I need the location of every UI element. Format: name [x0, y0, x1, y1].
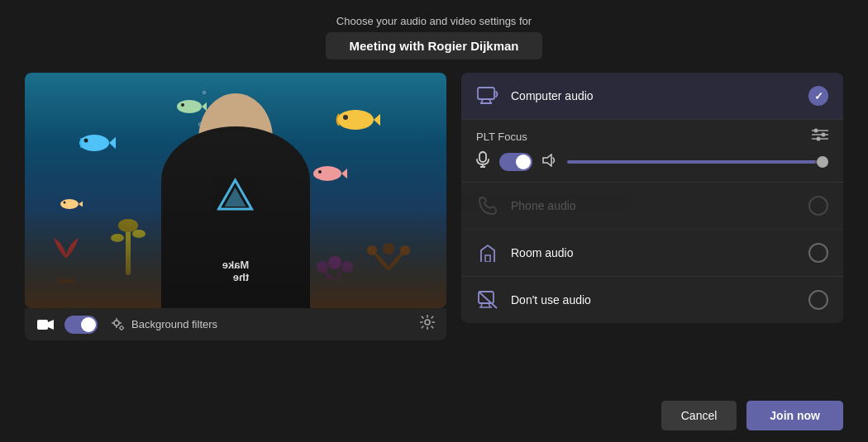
svg-point-13 — [60, 199, 79, 209]
svg-rect-48 — [485, 255, 490, 262]
svg-marker-47 — [543, 154, 551, 166]
fish-icon-2 — [74, 131, 116, 155]
no-audio-icon — [476, 288, 499, 311]
video-background: Makethe — [25, 73, 446, 308]
svg-point-2 — [343, 115, 348, 120]
room-audio-check — [808, 243, 828, 263]
camera-toggle[interactable] — [64, 316, 98, 334]
main-content: Makethe — [0, 73, 868, 389]
footer: Cancel Join now — [0, 389, 868, 442]
shirt-logo: Makethe — [222, 259, 250, 283]
fish-icon-4 — [174, 97, 207, 116]
room-audio-label: Room audio — [511, 246, 797, 259]
fish-icon-3 — [310, 164, 347, 184]
audio-panel: Computer audio PLT Focus — [461, 73, 843, 323]
computer-audio-check — [808, 86, 828, 106]
svg-point-12 — [181, 103, 184, 107]
cancel-button[interactable]: Cancel — [661, 401, 737, 430]
video-panel: Makethe — [25, 73, 446, 340]
header: Choose your audio and video settings for… — [0, 0, 868, 69]
audio-option-computer[interactable]: Computer audio — [461, 73, 843, 120]
svg-rect-44 — [479, 152, 486, 162]
bg-filters-button[interactable]: Background filters — [111, 317, 217, 332]
phone-audio-icon — [476, 194, 499, 217]
volume-icon — [542, 154, 557, 170]
svg-marker-14 — [79, 200, 83, 208]
svg-marker-30 — [48, 320, 54, 330]
svg-point-7 — [313, 166, 341, 181]
svg-rect-34 — [478, 88, 494, 99]
no-audio-label: Don't use audio — [511, 293, 797, 307]
phone-audio-check — [808, 196, 828, 216]
volume-slider[interactable] — [567, 160, 828, 164]
header-title: Meeting with Rogier Dijkman — [326, 32, 541, 59]
svg-point-5 — [84, 139, 88, 143]
join-now-button[interactable]: Join now — [746, 401, 843, 430]
svg-marker-8 — [341, 168, 347, 179]
svg-rect-29 — [37, 320, 48, 330]
audio-option-phone[interactable]: Phone audio — [461, 183, 843, 230]
svg-point-32 — [120, 326, 123, 330]
svg-marker-1 — [374, 112, 380, 127]
computer-audio-icon — [476, 84, 499, 107]
header-subtitle: Choose your audio and video settings for — [0, 15, 868, 27]
settings-gear-icon[interactable] — [420, 315, 435, 334]
camera-icon — [36, 316, 55, 334]
svg-point-9 — [318, 170, 322, 173]
plt-focus-label: PLT Focus — [476, 131, 527, 143]
svg-point-0 — [337, 110, 374, 130]
video-toolbar: Background filters — [25, 308, 446, 340]
svg-point-3 — [79, 135, 109, 151]
audio-option-none[interactable]: Don't use audio — [461, 277, 843, 323]
mic-toggle[interactable] — [499, 153, 532, 171]
bg-filters-label: Background filters — [131, 318, 217, 330]
phone-audio-label: Phone audio — [511, 199, 797, 212]
video-container: Makethe — [25, 73, 446, 308]
fish-icon-1 — [331, 106, 380, 135]
svg-point-33 — [425, 320, 430, 325]
microphone-icon — [476, 151, 489, 172]
plt-focus-row: PLT Focus — [461, 120, 843, 145]
computer-audio-label: Computer audio — [511, 89, 797, 102]
no-audio-check — [808, 290, 828, 310]
make-logo — [217, 176, 255, 213]
person-body: Makethe — [161, 126, 310, 308]
svg-point-31 — [114, 321, 119, 326]
volume-knob — [817, 156, 828, 168]
sliders-icon[interactable] — [812, 128, 828, 145]
svg-marker-4 — [109, 135, 116, 150]
svg-marker-28 — [225, 188, 246, 207]
svg-point-42 — [822, 133, 826, 137]
svg-point-10 — [177, 100, 202, 113]
svg-point-41 — [814, 129, 818, 133]
mic-volume-row — [461, 145, 843, 183]
audio-option-room[interactable]: Room audio — [461, 230, 843, 277]
svg-point-43 — [817, 137, 821, 141]
svg-point-15 — [64, 202, 66, 204]
room-audio-icon — [476, 241, 499, 264]
sparkle-icon — [111, 317, 126, 332]
